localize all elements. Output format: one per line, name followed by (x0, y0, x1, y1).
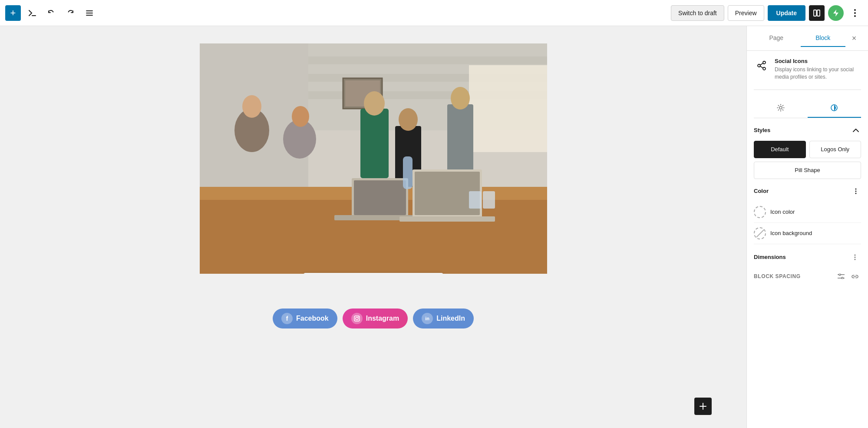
sidebar: Page Block × Social Icons Display icons … (746, 26, 868, 428)
dimensions-more-button[interactable] (849, 251, 861, 263)
block-info: Social Icons Display icons linking to yo… (754, 58, 861, 90)
svg-point-69 (779, 106, 782, 109)
tab-block[interactable]: Block (801, 30, 846, 47)
editor-view-button[interactable] (809, 5, 825, 21)
editor-area: Size f Facebook (0, 26, 746, 428)
svg-rect-4 (817, 10, 820, 16)
tab-page[interactable]: Page (754, 30, 799, 47)
topbar: + Switch to draft Preview Update (0, 0, 868, 26)
style-default-button[interactable]: Default (754, 141, 806, 158)
block-info-title: Social Icons (775, 58, 861, 64)
block-toolbar: Size (303, 273, 443, 274)
block-styles-tab[interactable] (808, 99, 861, 118)
dimensions-header: Dimensions (754, 251, 861, 263)
more-options-button[interactable] (847, 5, 863, 21)
color-more-button[interactable] (851, 186, 861, 196)
color-section: Color Icon color Icon background (754, 186, 861, 244)
dimensions-section: Dimensions BLOCK SPACING (754, 251, 861, 286)
svg-rect-3 (814, 10, 816, 16)
styles-label-text: Styles (754, 127, 770, 133)
svg-point-66 (763, 67, 766, 70)
svg-point-5 (854, 9, 856, 11)
dimensions-actions (849, 251, 861, 263)
spacing-sliders-button[interactable] (835, 270, 847, 282)
svg-point-71 (855, 188, 857, 189)
linkedin-label: LinkedIn (436, 315, 465, 322)
topbar-left: + (5, 5, 667, 21)
svg-point-65 (758, 64, 760, 67)
style-logos-only-button[interactable]: Logos Only (809, 141, 861, 158)
svg-point-73 (855, 192, 857, 194)
performance-button[interactable] (828, 5, 844, 21)
preview-button[interactable]: Preview (728, 5, 764, 21)
linkedin-icon: in (422, 313, 433, 324)
facebook-social-icon[interactable]: f Facebook (273, 309, 337, 328)
image-block[interactable]: Size (200, 43, 547, 274)
update-button[interactable]: Update (768, 5, 805, 21)
switch-to-draft-button[interactable]: Switch to draft (671, 5, 724, 21)
linkedin-social-icon[interactable]: in LinkedIn (413, 309, 474, 328)
undo-button[interactable] (43, 5, 59, 21)
sidebar-close-button[interactable]: × (847, 31, 861, 45)
icon-color-row[interactable]: Icon color (754, 202, 861, 223)
icon-color-label: Icon color (770, 209, 795, 215)
svg-rect-24 (360, 109, 389, 178)
facebook-label: Facebook (296, 315, 329, 322)
block-info-desc: Display icons linking to your social med… (775, 66, 861, 81)
social-icons-block-icon (754, 58, 769, 73)
icon-background-swatch (754, 227, 766, 239)
svg-point-27 (399, 108, 418, 131)
style-pill-button[interactable]: Pill Shape (754, 162, 861, 179)
svg-point-7 (854, 15, 856, 17)
svg-point-23 (292, 106, 309, 127)
svg-point-61 (358, 317, 359, 318)
svg-point-64 (763, 61, 766, 64)
add-block-button[interactable]: + (5, 5, 21, 21)
svg-point-25 (364, 91, 385, 116)
redo-button[interactable] (63, 5, 78, 21)
icon-color-swatch (754, 206, 766, 218)
svg-rect-35 (399, 216, 495, 222)
svg-point-76 (855, 259, 856, 260)
svg-rect-14 (469, 65, 547, 152)
color-label-text: Color (754, 188, 769, 194)
svg-point-75 (855, 256, 856, 258)
svg-rect-37 (469, 191, 481, 209)
block-tab-icons (754, 99, 861, 118)
facebook-icon: f (281, 313, 293, 324)
styles-grid: Default Logos Only (754, 141, 861, 158)
styles-collapse-button[interactable] (851, 125, 861, 136)
block-info-text: Social Icons Display icons linking to yo… (775, 58, 861, 81)
svg-point-29 (451, 87, 470, 109)
svg-point-6 (854, 12, 856, 14)
main-layout: Size f Facebook (0, 26, 868, 428)
svg-point-80 (842, 277, 843, 279)
social-icons-row: f Facebook Instagram in LinkedIn (273, 309, 474, 328)
block-spacing-label: BLOCK SPACING (754, 273, 801, 279)
content-block: Size f Facebook (200, 43, 547, 328)
spacing-link-button[interactable] (849, 270, 861, 282)
sidebar-content: Social Icons Display icons linking to yo… (747, 51, 868, 428)
instagram-icon (351, 313, 363, 324)
svg-rect-38 (483, 191, 495, 209)
list-view-button[interactable] (82, 5, 97, 21)
svg-point-60 (356, 317, 358, 320)
color-section-label: Color (754, 186, 861, 196)
add-block-bottom-button[interactable] (694, 398, 712, 415)
block-settings-tab[interactable] (754, 99, 808, 118)
block-spacing-row: BLOCK SPACING (754, 267, 861, 286)
icon-background-label: Icon background (770, 230, 812, 236)
dimensions-label-text: Dimensions (754, 254, 786, 260)
svg-rect-31 (354, 180, 406, 215)
svg-line-68 (760, 66, 763, 68)
svg-rect-36 (403, 156, 413, 189)
instagram-social-icon[interactable]: Instagram (343, 309, 408, 328)
svg-line-67 (760, 63, 763, 65)
svg-point-72 (855, 190, 857, 192)
tools-icon-button[interactable] (24, 5, 40, 21)
svg-point-78 (839, 274, 841, 275)
svg-point-21 (242, 95, 261, 118)
icon-background-row[interactable]: Icon background (754, 223, 861, 244)
instagram-label: Instagram (366, 315, 399, 322)
topbar-right: Switch to draft Preview Update (671, 5, 863, 21)
